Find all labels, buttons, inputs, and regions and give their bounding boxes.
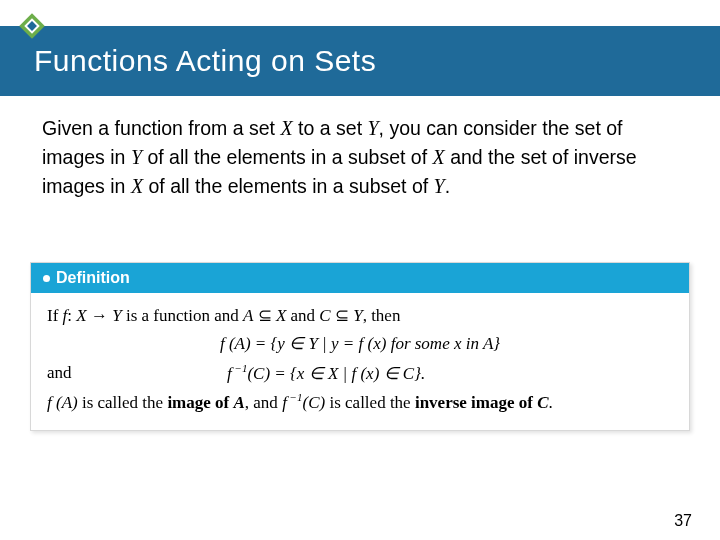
var-C: C <box>319 306 330 325</box>
var-A: A <box>233 392 244 411</box>
bullet-icon <box>43 275 50 282</box>
text: to a set <box>293 117 368 139</box>
var-X: X <box>131 175 143 197</box>
var-A: A <box>243 306 253 325</box>
title-bar: Functions Acting on Sets <box>0 26 720 96</box>
text: , and <box>245 392 282 411</box>
and-word: and <box>47 360 227 386</box>
inverse-image-of: inverse image of <box>415 392 537 411</box>
sup-minus1: −1 <box>232 362 248 374</box>
equation-1: f (A) = {y ∈ Y | y = f (x) for some x in… <box>47 331 673 357</box>
text: . <box>549 392 553 411</box>
var-Y: Y <box>367 117 378 139</box>
var-Y: Y <box>434 175 445 197</box>
page-title: Functions Acting on Sets <box>34 44 376 78</box>
and-row: and f −1(C) = {x ∈ X | f (x) ∈ C}. <box>47 360 673 387</box>
definition-header: Definition <box>31 263 689 293</box>
text: of all the elements in a subset of <box>142 146 433 168</box>
var-X: X <box>76 306 86 325</box>
var-C: C <box>537 392 548 411</box>
text: is called the <box>78 392 168 411</box>
of-C: (C) <box>303 392 326 411</box>
definition-body: If f: X → Y is a function and A ⊆ X and … <box>31 293 689 430</box>
intro-paragraph: Given a function from a set X to a set Y… <box>42 114 678 201</box>
var-X: X <box>433 146 445 168</box>
var-X: X <box>276 306 286 325</box>
var-Y: Y <box>112 306 121 325</box>
definition-label: Definition <box>56 269 130 287</box>
text: (C) = {x ∈ X | f (x) ∈ C}. <box>247 363 425 382</box>
text: Given a function from a set <box>42 117 280 139</box>
diamond-icon <box>14 8 50 44</box>
text: of all the elements in a subset of <box>143 175 434 197</box>
text: is called the <box>325 392 415 411</box>
f-of-A: f (A) <box>47 392 78 411</box>
arrow: → <box>87 306 113 325</box>
var-Y: Y <box>353 306 362 325</box>
text: , then <box>363 306 401 325</box>
text: If <box>47 306 63 325</box>
var-Y: Y <box>131 146 142 168</box>
text: : <box>67 306 76 325</box>
equation-2: f −1(C) = {x ∈ X | f (x) ∈ C}. <box>227 360 425 387</box>
definition-line1: If f: X → Y is a function and A ⊆ X and … <box>47 303 673 329</box>
subset: ⊆ <box>331 306 354 325</box>
var-X: X <box>280 117 292 139</box>
definition-line3: f (A) is called the image of A, and f −1… <box>47 389 673 416</box>
subset: ⊆ <box>253 306 276 325</box>
definition-box: Definition If f: X → Y is a function and… <box>30 262 690 431</box>
image-of: image of <box>167 392 233 411</box>
sup-minus1: −1 <box>287 391 303 403</box>
text: . <box>445 175 450 197</box>
page-number: 37 <box>674 512 692 530</box>
text: and <box>286 306 319 325</box>
text: is a function and <box>122 306 243 325</box>
